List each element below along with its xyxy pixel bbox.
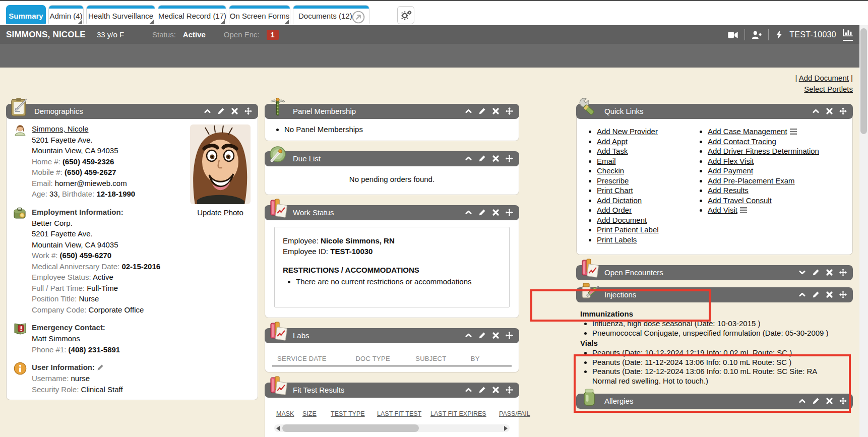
quick-link[interactable]: Add Appt — [597, 137, 628, 146]
tab-on-screen-forms[interactable]: On Screen Forms — [229, 5, 290, 24]
quick-link[interactable]: Add Payment — [708, 166, 753, 175]
vials-list: Peanuts (Date: 10-12-2024 12:19 Info: 0.… — [580, 348, 833, 386]
close-icon[interactable] — [492, 155, 500, 162]
edit-icon[interactable] — [217, 107, 225, 115]
expand-icon[interactable] — [798, 269, 806, 276]
collapse-icon[interactable] — [465, 155, 472, 162]
menu-lines-icon[interactable] — [740, 207, 747, 213]
add-document-link[interactable]: Add Document — [799, 74, 849, 82]
quick-link[interactable]: Print Labels — [597, 235, 637, 244]
collapse-icon[interactable] — [465, 209, 472, 216]
quick-link[interactable]: Add Results — [708, 186, 749, 195]
tab-documents[interactable]: Documents (12) — [293, 5, 369, 24]
edit-user-icon[interactable] — [97, 364, 104, 371]
tab-menu-fold[interactable] — [220, 20, 225, 24]
move-icon[interactable] — [506, 107, 513, 115]
scrollbar-thumb[interactable] — [282, 424, 419, 432]
move-icon[interactable] — [244, 107, 252, 115]
edit-icon[interactable] — [478, 209, 486, 216]
close-icon[interactable] — [492, 209, 500, 216]
lightning-bolt-icon[interactable] — [775, 30, 783, 39]
column-header-link[interactable]: LAST FIT TEST — [377, 410, 430, 417]
quick-link[interactable]: Add Visit — [708, 206, 737, 214]
vertical-scrollbar[interactable] — [859, 25, 868, 437]
patient-name-link[interactable]: Simmons, Nicole — [32, 124, 89, 133]
quick-link[interactable]: Add Flex Visit — [708, 157, 754, 165]
edit-icon[interactable] — [478, 332, 486, 339]
quick-link[interactable]: Add Travel Consult — [708, 196, 772, 205]
open-encounter-badge[interactable]: 1 — [267, 30, 279, 40]
edit-icon[interactable] — [812, 397, 820, 405]
tab-medical-record[interactable]: Medical Record (17) — [158, 5, 226, 24]
close-icon[interactable] — [492, 386, 500, 394]
quick-link[interactable]: Add Driver Fitness Determination — [708, 147, 819, 155]
video-camera-icon[interactable] — [728, 31, 738, 39]
move-icon[interactable] — [506, 155, 513, 162]
quick-link[interactable]: Add Task — [597, 147, 628, 155]
collapse-icon[interactable] — [204, 107, 211, 115]
quick-link[interactable]: Add Contact Tracing — [708, 137, 776, 146]
move-icon[interactable] — [839, 397, 847, 405]
quick-link[interactable]: Prescribe — [597, 176, 629, 185]
scroll-left-arrow[interactable] — [276, 426, 280, 431]
quick-link[interactable]: Print Chart — [597, 186, 633, 195]
portlet-header-open-encounters: Open Encounters — [576, 265, 853, 280]
scrollbar-thumb[interactable] — [860, 28, 867, 134]
external-arrow-icon[interactable] — [352, 11, 365, 24]
edit-icon[interactable] — [478, 155, 486, 162]
edit-icon[interactable] — [812, 291, 820, 298]
quick-link[interactable]: Email — [597, 157, 616, 165]
tab-menu-fold[interactable] — [149, 20, 154, 24]
move-icon[interactable] — [839, 291, 847, 298]
collapse-icon[interactable] — [798, 291, 806, 298]
close-icon[interactable] — [231, 107, 238, 115]
collapse-icon[interactable] — [465, 332, 472, 339]
quick-link[interactable]: Add New Provider — [597, 127, 658, 136]
edit-icon[interactable] — [478, 386, 486, 394]
column-header-link[interactable]: SIZE — [302, 410, 331, 417]
quick-link[interactable]: Print Patient Label — [597, 225, 659, 234]
column-header-link[interactable]: PASS/FAIL — [499, 410, 530, 417]
collapse-icon[interactable] — [465, 386, 472, 394]
column-header-link[interactable]: TEST TYPE — [331, 410, 377, 417]
scroll-right-arrow[interactable] — [504, 426, 508, 431]
close-icon[interactable] — [826, 291, 833, 298]
tab-menu-fold[interactable] — [78, 20, 82, 24]
close-icon[interactable] — [826, 107, 833, 115]
move-icon[interactable] — [506, 386, 513, 394]
quick-link[interactable]: Add Order — [597, 206, 632, 214]
quick-link[interactable]: Add Document — [597, 216, 647, 224]
column-header-link[interactable]: LAST FIT EXPIRES — [430, 410, 499, 417]
close-icon[interactable] — [492, 332, 500, 339]
edit-icon[interactable] — [812, 269, 820, 276]
close-icon[interactable] — [826, 269, 833, 276]
quick-link[interactable]: Checkin — [597, 166, 624, 175]
move-icon[interactable] — [506, 209, 513, 216]
close-icon[interactable] — [826, 397, 833, 405]
quick-link[interactable]: Add Pre-Placement Exam — [708, 176, 795, 185]
close-icon[interactable] — [492, 107, 500, 115]
tab-settings-button[interactable] — [397, 6, 414, 24]
tab-summary[interactable]: Summary — [6, 5, 46, 24]
edit-icon[interactable] — [478, 107, 486, 115]
move-icon[interactable] — [839, 107, 847, 115]
tab-health-surveillance[interactable]: Health Surveillance — [86, 5, 155, 24]
collapse-icon[interactable] — [798, 397, 806, 405]
collapse-icon[interactable] — [812, 107, 820, 115]
add-person-icon[interactable] — [752, 31, 762, 39]
tab-admin[interactable]: Admin (4) — [48, 5, 84, 24]
flowsheet-link[interactable] — [843, 29, 853, 41]
quick-link[interactable]: Add Case Management — [708, 127, 787, 136]
tab-menu-fold[interactable] — [284, 20, 289, 24]
menu-lines-icon[interactable] — [790, 129, 797, 135]
demo-row: Medical Anniversary Date: 02-15-2016 — [32, 261, 198, 272]
horizontal-scrollbar[interactable] — [274, 424, 510, 432]
move-icon[interactable] — [506, 332, 513, 339]
update-photo-link[interactable]: Update Photo — [197, 208, 243, 217]
column-header-link[interactable]: MASK — [276, 410, 302, 417]
select-portlets-link[interactable]: Select Portlets — [804, 85, 853, 93]
collapse-icon[interactable] — [465, 107, 472, 115]
move-icon[interactable] — [839, 269, 847, 276]
demo-row: Phone #1: (408) 231-5891 — [32, 344, 198, 355]
quick-link[interactable]: Add Dictation — [597, 196, 642, 205]
